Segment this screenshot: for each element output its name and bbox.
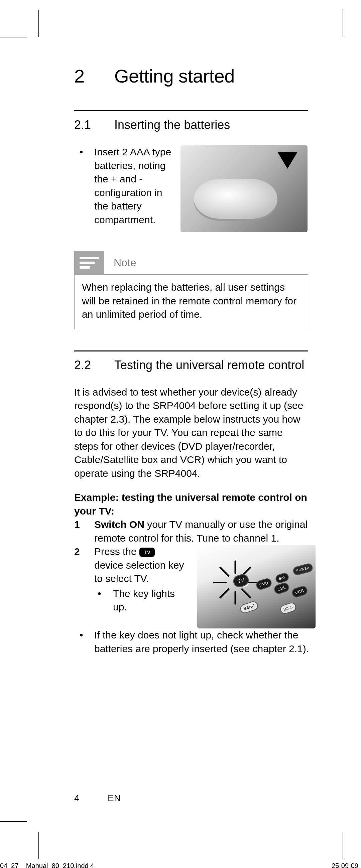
example-lead: Example: testing the universal remote co…	[74, 491, 308, 518]
indesign-slug: 04_27__Manual_80_210.indd 4 25-09-09	[0, 862, 361, 868]
step-number: 1	[74, 518, 94, 545]
remote-key-info: INFO	[280, 602, 297, 614]
battery-compartment-illustration	[181, 145, 307, 232]
crop-mark	[0, 821, 27, 822]
note-icon	[74, 251, 104, 274]
section-title: Inserting the batteries	[114, 118, 230, 132]
step-1: 1 Switch ON your TV manually or use the …	[74, 518, 308, 545]
section-number: 2.1	[74, 118, 114, 132]
battery-instruction-text: Insert 2 AAA type batteries, noting the …	[94, 145, 175, 226]
note-text: When replacing the batteries, all user s…	[74, 274, 308, 329]
section-title: Testing the universal remote control	[114, 358, 304, 372]
step-2: 2 Press the TV device selection key to s…	[74, 545, 308, 655]
tv-key-icon: TV	[140, 548, 155, 557]
remote-key-cbl: CBL	[274, 582, 289, 594]
remote-key-vcr: VCR	[292, 586, 307, 598]
step2-outer-bullet: If the key does not light up, check whet…	[94, 628, 315, 655]
step1-strong: Switch ON	[94, 519, 144, 530]
page-number: 4	[74, 793, 108, 804]
section-heading: 2.2 Testing the universal remote control	[74, 358, 308, 372]
crop-mark	[38, 10, 39, 37]
note-block: Note When replacing the batteries, all u…	[74, 251, 308, 329]
section-rule	[74, 110, 308, 111]
section-number: 2.2	[74, 358, 114, 372]
section-intro: It is advised to test whether your devic…	[74, 385, 308, 480]
battery-instruction-block: • Insert 2 AAA type batteries, noting th…	[74, 145, 308, 232]
chapter-title: Getting started	[114, 65, 235, 87]
section-heading: 2.1 Inserting the batteries	[74, 118, 308, 132]
crop-mark	[342, 832, 343, 859]
bullet-mark: •	[94, 587, 113, 614]
crop-mark	[38, 832, 39, 859]
remote-key-menu: MENU	[240, 601, 259, 613]
bullet-mark: •	[74, 145, 94, 226]
chapter-number: 2	[74, 65, 114, 87]
page-content: 2 Getting started 2.1 Inserting the batt…	[74, 65, 308, 655]
crop-mark	[0, 37, 27, 37]
remote-tv-key-illustration: TV DVD SAT CBL VCR POWER MENU INFO	[197, 545, 315, 628]
remote-label-sat: SAT	[275, 572, 289, 583]
step2-rest: device selection key to select TV.	[94, 559, 191, 586]
step2-line1a: Press the	[94, 546, 140, 557]
remote-label-power: POWER	[293, 563, 313, 575]
step2-sub-bullet: The key lights up.	[113, 587, 191, 614]
remote-key-dvd: DVD	[256, 578, 272, 590]
note-label: Note	[114, 256, 137, 269]
crop-mark	[342, 10, 343, 37]
page-footer: 4 EN	[74, 793, 121, 804]
page-language: EN	[108, 793, 121, 804]
chapter-heading: 2 Getting started	[74, 65, 308, 87]
bullet-mark: •	[74, 628, 94, 655]
slug-file: 04_27__Manual_80_210.indd 4	[0, 862, 94, 868]
section-rule	[74, 350, 308, 351]
slug-date: 25-09-09	[332, 862, 358, 868]
